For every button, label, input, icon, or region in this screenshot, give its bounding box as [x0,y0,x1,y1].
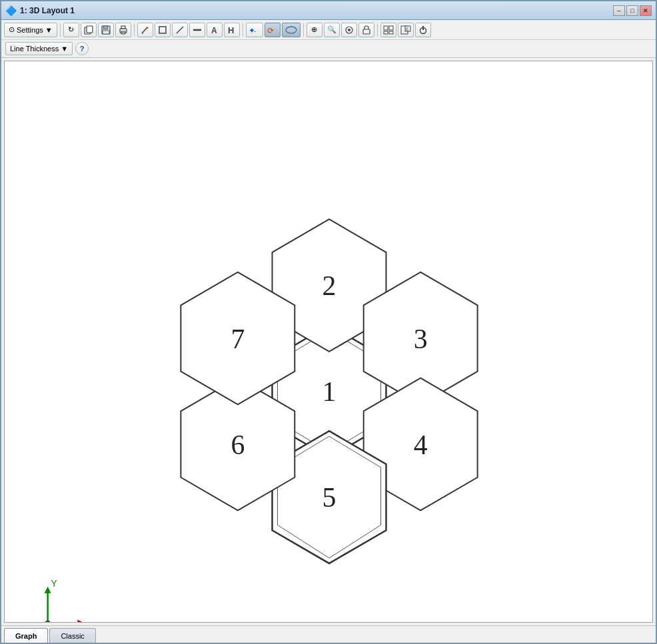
dash-button[interactable] [189,23,205,37]
power-icon [418,25,428,35]
toolbar-row-2: Line Thickness ▼ ? [1,40,656,57]
svg-rect-24 [389,26,393,30]
3d-rotate-button[interactable] [282,23,301,37]
separator-4 [303,23,304,37]
svg-rect-26 [389,31,393,34]
separator-3 [243,23,243,37]
layout-icon [383,25,394,35]
tab-classic[interactable]: Classic [49,628,95,643]
svg-text:A: A [211,26,217,35]
minimize-button[interactable]: – [613,5,625,16]
measure-button[interactable]: H [224,23,240,37]
save-icon [101,25,111,35]
canvas-area: 1 2 3 4 5 6 7 [4,61,653,623]
export-icon: E [400,25,411,35]
separator-1 [60,23,61,37]
line-button[interactable] [172,23,188,37]
svg-rect-23 [384,26,388,30]
sync-icon [344,25,354,35]
transform-icon: ⟳ [267,25,278,35]
hex-1-label: 1 [323,376,336,407]
line-thickness-chevron-icon: ▼ [61,45,68,53]
zoom-button[interactable]: 🔍 [324,23,340,37]
power-button[interactable] [415,23,431,37]
help-button[interactable]: ? [75,42,89,55]
export-button[interactable]: E [398,23,414,37]
separator-2 [134,23,135,37]
copy-icon [84,25,93,35]
svg-line-12 [177,27,183,33]
hex-6-label: 6 [231,430,245,460]
settings-chevron-icon: ⊙ [9,25,15,34]
annotation-button[interactable]: ✦ - [246,23,263,37]
text-icon: A [210,25,219,35]
save-button[interactable] [98,23,114,37]
y-axis-arrow [45,587,51,593]
print-icon [119,25,128,35]
title-bar: 🔷 1: 3D Layout 1 – □ ✕ [1,1,656,20]
tab-graph[interactable]: Graph [4,628,48,643]
3d-rotate-icon [285,25,298,35]
svg-line-8 [142,27,147,33]
copy-button[interactable] [81,23,97,37]
help-label: ? [80,45,85,53]
x-axis-arrow [77,619,84,622]
hex-2-label: 2 [323,270,336,301]
restore-button[interactable]: □ [626,5,638,16]
transform-button[interactable]: ⟳ [265,23,281,37]
svg-point-21 [348,29,350,31]
toolbar-row-1: ⊙ Settings ▼ ↻ [1,20,656,40]
svg-text:⟳: ⟳ [267,26,274,35]
tab-classic-label: Classic [61,632,84,640]
print-button[interactable] [115,23,131,37]
svg-rect-6 [121,26,125,29]
settings-button[interactable]: ⊙ Settings ▼ [4,23,57,37]
layout-button[interactable] [380,23,396,37]
refresh-button[interactable]: ↻ [63,23,79,37]
svg-rect-3 [103,26,108,29]
measure-icon: H [227,25,237,35]
svg-rect-22 [363,29,370,34]
rect-icon [158,25,167,35]
line-thickness-button[interactable]: Line Thickness ▼ [5,42,73,55]
svg-rect-25 [384,31,388,34]
svg-rect-11 [159,27,166,33]
hex-4-label: 4 [414,430,428,460]
text-button[interactable]: A [207,23,223,37]
annotation-icon: ✦ - [249,25,261,35]
tab-graph-label: Graph [15,632,37,640]
dash-icon [193,25,202,35]
toolbar-area: ⊙ Settings ▼ ↻ [1,20,656,58]
settings-label: Settings [17,26,43,34]
separator-5 [377,23,378,37]
hex-7-label: 7 [231,324,245,354]
hex-5-label: 5 [323,482,336,513]
pencil-icon [141,25,150,35]
close-button[interactable]: ✕ [640,5,652,16]
svg-text:-: - [254,28,256,35]
layout-svg: 1 2 3 4 5 6 7 [5,61,652,622]
hex-3-label: 3 [414,324,428,354]
window-title: 1: 3D Layout 1 [20,6,613,15]
app-icon: 🔷 [5,5,16,16]
grid-move-button[interactable]: ⊕ [307,23,323,37]
line-icon [175,25,185,35]
lock-button[interactable] [358,23,374,37]
window-controls: – □ ✕ [613,5,652,16]
sync-button[interactable] [341,23,357,37]
svg-rect-4 [103,31,109,34]
lock-icon [362,25,370,35]
line-thickness-label: Line Thickness [10,45,59,53]
main-window: 🔷 1: 3D Layout 1 – □ ✕ ⊙ Settings ▼ ↻ [0,0,657,644]
svg-rect-1 [87,26,93,33]
y-axis-label: Y [51,578,57,589]
rect-button[interactable] [155,23,171,37]
svg-text:H: H [228,25,234,35]
bottom-tabs: Graph Classic [1,625,656,643]
pencil-button[interactable] [137,23,153,37]
axis-origin [45,620,51,622]
settings-dropdown-icon: ▼ [45,26,53,34]
svg-text:E: E [406,27,409,31]
